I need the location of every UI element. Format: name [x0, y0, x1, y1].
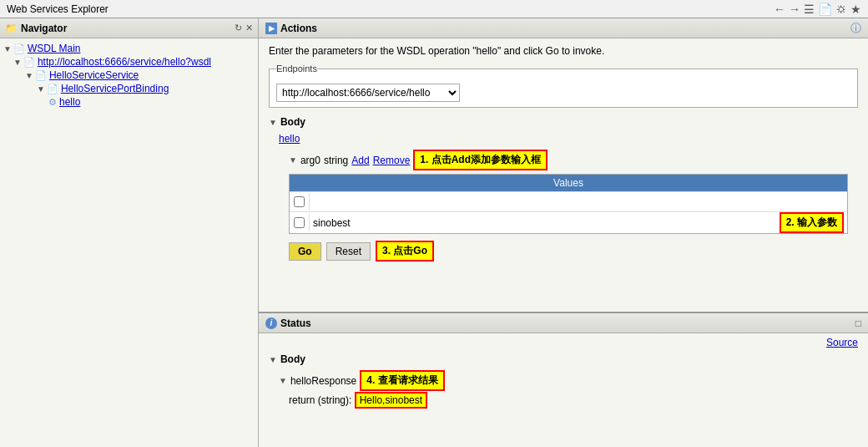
actions-header: ▶ Actions ⓘ — [259, 18, 868, 38]
values-empty-row — [290, 191, 847, 211]
arg0-row: ▼ arg0 string Add Remove 1. 点击Add添加参数输入框 — [289, 150, 858, 170]
actions-section: ▶ Actions ⓘ Enter the parameters for the… — [259, 18, 868, 313]
back-icon[interactable]: ← — [774, 3, 785, 16]
status-body-title: Body — [280, 353, 305, 365]
arg0-expand-arrow: ▼ — [289, 155, 297, 165]
annotation4: 4. 查看请求结果 — [360, 370, 444, 391]
actions-title-label: Actions — [280, 23, 317, 34]
actions-title: ▶ Actions — [265, 23, 317, 34]
remove-link[interactable]: Remove — [373, 155, 411, 166]
status-title: i Status — [265, 317, 311, 329]
status-i-icon: i — [265, 317, 277, 329]
go-button[interactable]: Go — [289, 242, 321, 261]
values-table: Values — [289, 174, 848, 234]
star-icon[interactable]: ★ — [850, 3, 861, 16]
wsdl-main-label[interactable]: WSDL Main — [28, 43, 81, 54]
values-sinobest-row: 2. 输入参数 — [290, 211, 847, 233]
annotation2: 2. 输入参数 — [780, 212, 844, 233]
right-panel: ▶ Actions ⓘ Enter the parameters for the… — [259, 18, 868, 447]
arg0-label: arg0 — [300, 155, 320, 166]
status-content: Source ▼ Body ▼ helloResponse 4. 查看请求结果 — [259, 333, 868, 413]
values-empty-cell — [310, 201, 847, 204]
navigator-tree-icon: 📁 — [5, 23, 18, 34]
hello-operation-link[interactable]: hello — [279, 133, 858, 145]
navigator-tree: ▼ 📄 WSDL Main ▼ 📄 http://localhost:6666/… — [0, 38, 258, 447]
reset-button[interactable]: Reset — [326, 242, 371, 261]
hello-service-icon: 📄 — [35, 70, 47, 81]
tree-expand-hello-service: ▼ — [25, 71, 33, 80]
navigator-close-icon[interactable]: ✕ — [245, 23, 253, 33]
actions-body-header[interactable]: ▼ Body — [269, 116, 858, 128]
navigator-panel: 📁 Navigator ↻ ✕ ▼ 📄 WSDL Main ▼ 📄 http:/… — [0, 18, 259, 447]
hello-response-expand-arrow: ▼ — [279, 376, 287, 385]
body-collapse-arrow: ▼ — [269, 118, 277, 127]
tree-expand-service: ▼ — [13, 58, 22, 67]
tree-item-service-url[interactable]: ▼ 📄 http://localhost:6666/service/hello?… — [0, 55, 258, 69]
add-link[interactable]: Add — [351, 155, 369, 166]
status-minimize-icon[interactable]: □ — [855, 317, 861, 329]
return-label: return (string): — [289, 394, 351, 406]
endpoint-select-wrap: http://localhost:6666/service/hello — [276, 84, 850, 102]
tree-item-hello-service[interactable]: ▼ 📄 HelloServiceService — [0, 69, 258, 82]
tree-expand-port-binding: ▼ — [37, 84, 45, 94]
navigator-header-icons: ↻ ✕ — [235, 23, 253, 33]
action-buttons: Go Reset 3. 点击Go — [289, 241, 858, 262]
sinobest-row-checkbox[interactable] — [294, 217, 305, 228]
export-icon[interactable]: 📄 — [818, 3, 832, 16]
hello-response-row: ▼ helloResponse 4. 查看请求结果 — [279, 370, 858, 391]
values-header: Values — [290, 175, 847, 191]
hello-label[interactable]: hello — [59, 96, 80, 108]
navigator-label: Navigator — [21, 23, 67, 34]
values-sinobest-cell — [310, 216, 780, 231]
return-value: Hello,sinobest — [355, 392, 427, 409]
list-icon[interactable]: ☰ — [804, 3, 815, 16]
status-title-label: Status — [280, 317, 311, 329]
actions-icon: ▶ — [265, 23, 277, 34]
wsdl-icon: 📄 — [13, 43, 25, 54]
source-link[interactable]: Source — [826, 337, 858, 348]
sinobest-input[interactable] — [313, 217, 776, 229]
forward-icon[interactable]: → — [789, 3, 800, 16]
hello-gear-icon: ⚙ — [48, 97, 57, 108]
annotation1: 1. 点击Add添加参数输入框 — [413, 150, 548, 170]
empty-row-checkbox[interactable] — [294, 196, 305, 207]
status-section: i Status □ Source ▼ Body — [259, 313, 868, 447]
tree-expand-wsdl: ▼ — [3, 44, 12, 53]
actions-body-title: Body — [280, 116, 305, 128]
title-bar: Web Services Explorer ← → ☰ 📄 ⛭ ★ — [0, 0, 868, 18]
endpoint-select[interactable]: http://localhost:6666/service/hello — [276, 84, 460, 102]
actions-body-section: ▼ Body hello ▼ arg0 string Add Remove 1.… — [269, 116, 858, 262]
instruction-text: Enter the parameters for the WSDL operat… — [269, 45, 858, 57]
endpoints-legend: Endpoints — [276, 63, 317, 74]
arg0-type: string — [324, 155, 348, 166]
actions-help-icon[interactable]: ⓘ — [850, 21, 861, 36]
window-title: Web Services Explorer — [7, 3, 108, 15]
hello-response-label: helloResponse — [290, 375, 356, 387]
values-sinobest-checkbox-cell — [290, 214, 310, 231]
hello-service-label[interactable]: HelloServiceService — [49, 69, 139, 81]
service-url-icon: 📄 — [23, 57, 35, 68]
endpoints-group: Endpoints http://localhost:6666/service/… — [269, 63, 858, 108]
main-layout: 📁 Navigator ↻ ✕ ▼ 📄 WSDL Main ▼ 📄 http:/… — [0, 18, 868, 447]
tree-item-hello[interactable]: ⚙ hello — [0, 95, 258, 109]
status-body-section: ▼ Body ▼ helloResponse 4. 查看请求结果 return … — [269, 353, 858, 406]
values-empty-checkbox — [290, 193, 310, 211]
navigator-header: 📁 Navigator ↻ ✕ — [0, 18, 258, 38]
navigator-title: 📁 Navigator — [5, 23, 67, 34]
navigator-sync-icon[interactable]: ↻ — [235, 23, 242, 33]
service-url-label[interactable]: http://localhost:6666/service/hello?wsdl — [38, 56, 211, 68]
source-link-wrap: Source — [269, 337, 858, 348]
tree-item-port-binding[interactable]: ▼ 📄 HelloServicePortBinding — [0, 82, 258, 95]
actions-content: Enter the parameters for the WSDL operat… — [259, 38, 868, 273]
status-body-header[interactable]: ▼ Body — [269, 353, 858, 365]
port-binding-label[interactable]: HelloServicePortBinding — [61, 83, 169, 94]
status-body-collapse-arrow: ▼ — [269, 355, 277, 364]
settings-icon[interactable]: ⛭ — [835, 3, 847, 16]
port-binding-icon: 📄 — [47, 84, 58, 94]
annotation3: 3. 点击Go — [376, 241, 434, 262]
title-bar-icons: ← → ☰ 📄 ⛭ ★ — [774, 3, 861, 16]
status-header: i Status □ — [259, 313, 868, 333]
return-row: return (string): Hello,sinobest — [289, 394, 858, 406]
tree-item-wsdl-main[interactable]: ▼ 📄 WSDL Main — [0, 42, 258, 55]
